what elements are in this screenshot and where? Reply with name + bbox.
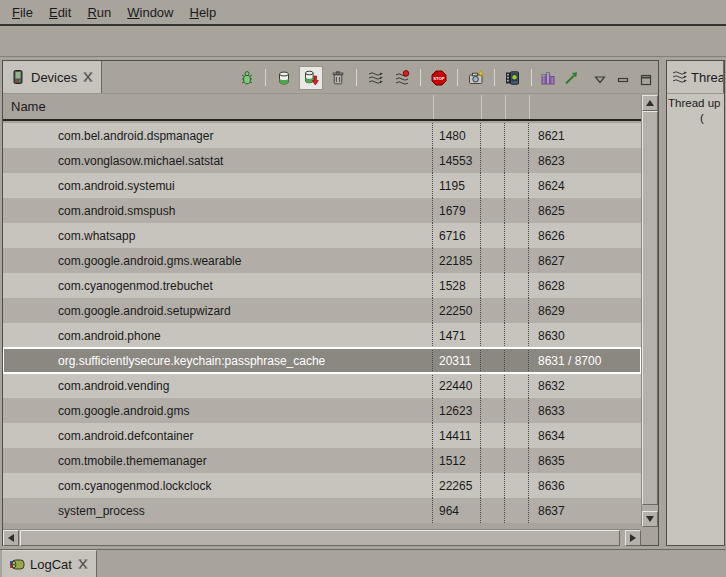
cell-name: com.google.android.gms.wearable	[3, 248, 433, 273]
table-row[interactable]: com.android.vending224408632	[3, 373, 641, 398]
column-divider[interactable]	[529, 95, 530, 119]
table-row[interactable]: com.tmobile.thememanager15128635	[3, 448, 641, 473]
table-row[interactable]: system_process9648637	[3, 498, 641, 523]
table-row[interactable]: com.google.android.gms126238633	[3, 398, 641, 423]
cell-pid: 22185	[433, 248, 481, 273]
cause-gc-button[interactable]	[326, 66, 350, 90]
table-row[interactable]: org.sufficientlysecure.keychain:passphra…	[3, 348, 641, 373]
cell-e2	[505, 398, 529, 423]
cell-e2	[505, 273, 529, 298]
start-tracing-button[interactable]	[561, 66, 581, 90]
column-divider[interactable]	[433, 95, 434, 119]
cell-port: 8629	[529, 298, 641, 323]
table-row[interactable]: com.android.systemui11958624	[3, 173, 641, 198]
cell-port: 8630	[529, 323, 641, 348]
table-row[interactable]: com.android.smspush16798625	[3, 198, 641, 223]
cell-pid: 20311	[433, 348, 481, 373]
cell-port: 8634	[529, 423, 641, 448]
cell-e2	[505, 473, 529, 498]
maximize-button[interactable]	[636, 66, 656, 90]
view-menu-button[interactable]	[590, 66, 610, 90]
table-row[interactable]: com.whatsapp67168626	[3, 223, 641, 248]
cell-pid: 1528	[433, 273, 481, 298]
cell-e2	[505, 423, 529, 448]
table-row[interactable]: com.google.android.gms.wearable221858627	[3, 248, 641, 273]
toolbar-separator	[420, 69, 421, 86]
update-threads-button[interactable]	[363, 66, 387, 90]
cell-name: org.sufficientlysecure.keychain:passphra…	[3, 348, 433, 373]
table-row[interactable]: com.cyanogenmod.trebuchet15288628	[3, 273, 641, 298]
threads-tabstrip: Threa	[667, 61, 724, 94]
table-row[interactable]: com.android.phone14718630	[3, 323, 641, 348]
update-heap-button[interactable]	[272, 66, 296, 90]
tab-devices[interactable]: Devices	[3, 61, 102, 93]
tab-threads[interactable]: Threa	[667, 61, 724, 93]
update-threads-icon	[367, 70, 383, 86]
devices-view: Devices	[2, 60, 659, 546]
menu-window[interactable]: Window	[119, 5, 181, 20]
debug-bug-icon	[239, 70, 255, 86]
cell-pid: 22440	[433, 373, 481, 398]
table-row[interactable]: com.bel.android.dspmanager14808621	[3, 123, 641, 148]
toolbar-separator	[531, 69, 532, 86]
cell-port: 8627	[529, 248, 641, 273]
horizontal-scrollbar-thumb[interactable]	[20, 530, 620, 546]
scroll-left-button[interactable]	[3, 530, 19, 546]
tab-logcat[interactable]: LogCat	[2, 550, 97, 577]
column-divider[interactable]	[505, 95, 506, 119]
cell-pid: 14553	[433, 148, 481, 173]
table-row[interactable]: com.android.defcontainer144118634	[3, 423, 641, 448]
cell-pid: 22265	[433, 473, 481, 498]
close-icon[interactable]	[82, 71, 94, 83]
dump-hprof-button[interactable]	[299, 66, 323, 90]
cell-e1	[481, 473, 505, 498]
main-toolbar	[0, 26, 726, 57]
menu-bar: File Edit Run Window Help	[0, 0, 726, 26]
debug-button[interactable]	[235, 66, 259, 90]
cell-pid: 964	[433, 498, 481, 523]
threads-message-line1: Thread up	[668, 96, 723, 111]
system-info-button[interactable]	[538, 66, 558, 90]
cell-port: 8628	[529, 273, 641, 298]
vertical-scrollbar[interactable]	[641, 95, 658, 527]
screen-record-button[interactable]	[501, 66, 525, 90]
column-header-name[interactable]: Name	[11, 99, 46, 114]
cell-e2	[505, 248, 529, 273]
logcat-icon	[9, 556, 25, 572]
cell-e1	[481, 373, 505, 398]
cell-name: com.vonglasow.michael.satstat	[3, 148, 433, 173]
scroll-down-button[interactable]	[642, 511, 658, 527]
cell-e2	[505, 198, 529, 223]
close-icon[interactable]	[77, 558, 89, 570]
scroll-right-button[interactable]	[625, 530, 641, 546]
device-table-body: com.bel.android.dspmanager14808621com.vo…	[3, 123, 641, 523]
tab-logcat-label: LogCat	[30, 557, 72, 572]
menu-run[interactable]: Run	[79, 5, 119, 20]
menu-file[interactable]: File	[4, 5, 41, 20]
column-divider[interactable]	[481, 95, 482, 119]
cell-port: 8624	[529, 173, 641, 198]
horizontal-scrollbar[interactable]	[3, 529, 641, 546]
cell-e2	[505, 173, 529, 198]
scroll-up-button[interactable]	[642, 95, 658, 111]
table-row[interactable]: com.google.android.setupwizard222508629	[3, 298, 641, 323]
device-table-header[interactable]: Name	[3, 95, 641, 121]
cell-e1	[481, 273, 505, 298]
stop-process-button[interactable]: STOP	[427, 66, 451, 90]
cell-name: com.android.vending	[3, 373, 433, 398]
cell-name: com.cyanogenmod.lockclock	[3, 473, 433, 498]
table-row[interactable]: com.cyanogenmod.lockclock222658636	[3, 473, 641, 498]
logcat-view: LogCat	[0, 549, 726, 577]
menu-edit[interactable]: Edit	[41, 5, 79, 20]
devices-tabstrip: Devices	[3, 61, 658, 94]
cell-name: com.android.defcontainer	[3, 423, 433, 448]
cell-e2	[505, 223, 529, 248]
method-profiling-button[interactable]	[390, 66, 414, 90]
cell-name: com.android.phone	[3, 323, 433, 348]
screen-capture-button[interactable]	[464, 66, 488, 90]
cell-name: com.tmobile.thememanager	[3, 448, 433, 473]
vertical-scrollbar-thumb[interactable]	[642, 111, 658, 505]
table-row[interactable]: com.vonglasow.michael.satstat145538623	[3, 148, 641, 173]
menu-help[interactable]: Help	[181, 5, 224, 20]
minimize-button[interactable]	[613, 66, 633, 90]
